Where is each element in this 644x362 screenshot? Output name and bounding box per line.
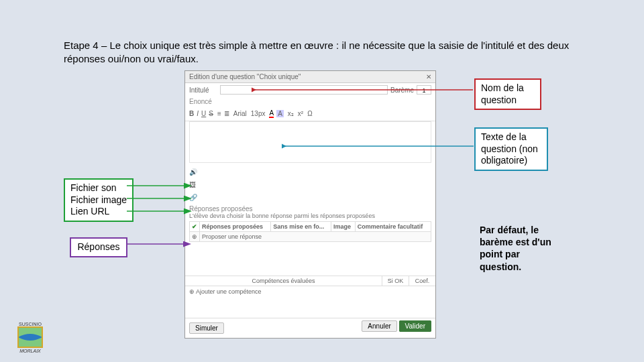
- subscript-icon[interactable]: x₂: [288, 110, 294, 117]
- bullet-list-icon[interactable]: ≡: [217, 110, 221, 117]
- answers-hint: L'élève devra choisir la bonne réponse p…: [189, 213, 431, 219]
- answers-section-label: Réponses proposées: [189, 205, 431, 213]
- enonce-section-label: Enoncé: [185, 97, 435, 107]
- italic-icon[interactable]: I: [197, 110, 199, 117]
- step-heading: Etape 4 – Le choix unique est très simpl…: [64, 39, 574, 65]
- underline-icon[interactable]: U: [201, 110, 206, 117]
- link-row[interactable]: 🔗: [185, 191, 435, 204]
- superscript-icon[interactable]: x²: [298, 110, 303, 117]
- svg-text:MORLAIX: MORLAIX: [19, 349, 41, 353]
- arrow-reponses: [127, 240, 192, 248]
- dialog-titlebar: Edition d'une question "Choix unique" ✕: [185, 71, 435, 83]
- col-image: Image: [331, 222, 356, 232]
- arrow-media: [127, 178, 193, 225]
- answer-row-new[interactable]: ⊕ Proposer une réponse: [190, 232, 431, 242]
- callout-texte: Texte de la question (non obligatoire): [474, 127, 548, 171]
- numbered-list-icon[interactable]: ≣: [224, 110, 229, 117]
- callout-reponses: Réponses: [70, 237, 127, 257]
- omega-icon[interactable]: Ω: [307, 110, 312, 117]
- simulate-button[interactable]: Simuler: [189, 322, 224, 334]
- add-competence-button[interactable]: ⊕ Ajouter une compétence: [185, 286, 435, 297]
- callout-nom: Nom de la question: [474, 78, 541, 110]
- strike-icon[interactable]: S: [209, 110, 213, 117]
- competences-header: Compétences évaluées Si OK Coef.: [185, 276, 435, 286]
- bold-icon[interactable]: B: [189, 110, 194, 117]
- image-icon: 🖼: [189, 181, 196, 188]
- col-comment: Commentaire facultatif: [355, 222, 431, 232]
- suscinio-logo: SUSCINIO MORLAIX: [10, 320, 50, 354]
- intitule-label: Intitulé: [189, 86, 217, 94]
- question-edit-dialog: Edition d'une question "Choix unique" ✕ …: [184, 70, 436, 339]
- note-bareme: Par défaut, le barème est d'un point par…: [480, 224, 560, 273]
- sound-row[interactable]: 🔊: [185, 166, 435, 178]
- validate-button[interactable]: Valider: [399, 320, 431, 332]
- image-row[interactable]: 🖼: [185, 178, 435, 191]
- svg-text:SUSCINIO: SUSCINIO: [19, 322, 42, 326]
- cancel-button[interactable]: Annuler: [362, 320, 396, 332]
- text-color-icon[interactable]: A: [269, 109, 274, 118]
- sound-icon: 🔊: [189, 168, 197, 176]
- editor-textarea[interactable]: [189, 121, 431, 163]
- col-reponses: Réponses proposées: [200, 222, 271, 232]
- bg-color-icon[interactable]: A: [276, 110, 284, 117]
- editor-toolbar: B I U S ≡ ≣ Arial 13px A A x₂ x² Ω: [185, 107, 435, 121]
- answers-table: ✔ Réponses proposées Sans mise en fo... …: [189, 221, 431, 242]
- check-icon: ✔: [192, 223, 197, 230]
- col-format: Sans mise en fo...: [271, 222, 331, 232]
- callout-media: Fichier son Fichier image Lien URL: [64, 178, 133, 222]
- close-icon[interactable]: ✕: [426, 73, 431, 80]
- bareme-input[interactable]: 1: [417, 85, 431, 95]
- intitule-input[interactable]: [220, 85, 388, 95]
- font-select[interactable]: Arial: [233, 110, 247, 117]
- size-select[interactable]: 13px: [251, 110, 266, 117]
- bareme-label: Barème: [390, 86, 414, 94]
- dialog-title-text: Edition d'une question "Choix unique": [189, 73, 301, 80]
- link-icon: 🔗: [189, 194, 197, 201]
